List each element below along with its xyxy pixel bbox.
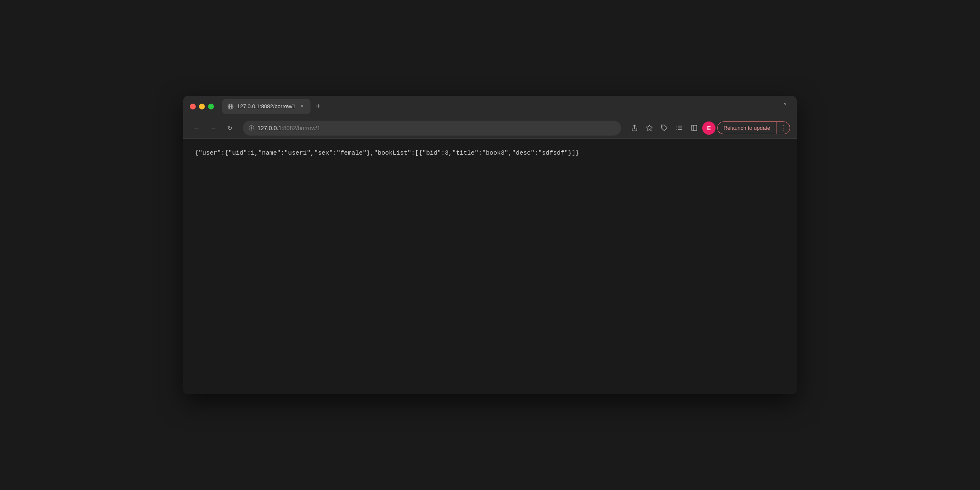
traffic-lights <box>190 104 214 109</box>
security-icon: ⓘ <box>249 124 254 132</box>
new-tab-button[interactable]: + <box>312 100 325 113</box>
address-bar[interactable]: ⓘ 127.0.0.1:8082/borrow/1 <box>243 121 621 136</box>
url-path: :8082/borrow/1 <box>281 125 320 131</box>
share-button[interactable] <box>628 121 641 135</box>
reload-button[interactable]: ↻ <box>223 121 236 135</box>
bookmark-button[interactable] <box>643 121 656 135</box>
relaunch-button[interactable]: Relaunch to update ⋮ <box>717 121 790 134</box>
tab-expand-button[interactable]: ˅ <box>780 101 790 112</box>
minimize-button[interactable] <box>199 104 205 109</box>
active-tab[interactable]: 127.0.0.1:8082/borrow/1 ✕ <box>222 99 310 114</box>
url-display: 127.0.0.1:8082/borrow/1 <box>257 125 320 131</box>
title-bar: 127.0.0.1:8082/borrow/1 ✕ + ˅ <box>183 96 797 117</box>
tab-title: 127.0.0.1:8082/borrow/1 <box>237 103 296 109</box>
svg-rect-12 <box>691 125 697 131</box>
tab-close-button[interactable]: ✕ <box>299 103 306 110</box>
nav-actions: E Relaunch to update ⋮ <box>628 121 790 135</box>
url-host: 127.0.0.1 <box>257 125 281 131</box>
sidebar-button[interactable] <box>687 121 701 135</box>
page-content: {"user":{"uid":1,"name":"user1","sex":"f… <box>183 139 797 394</box>
forward-button[interactable]: → <box>206 121 220 135</box>
extensions-button[interactable] <box>657 121 671 135</box>
browser-window: 127.0.0.1:8082/borrow/1 ✕ + ˅ ← → ↻ ⓘ 12… <box>183 96 797 394</box>
media-button[interactable] <box>672 121 686 135</box>
tabs-area: 127.0.0.1:8082/borrow/1 ✕ + <box>222 99 775 114</box>
profile-button[interactable]: E <box>702 121 716 135</box>
json-response: {"user":{"uid":1,"name":"user1","sex":"f… <box>195 149 785 158</box>
relaunch-label: Relaunch to update <box>718 123 776 133</box>
close-button[interactable] <box>190 104 196 109</box>
back-button[interactable]: ← <box>190 121 203 135</box>
relaunch-more-icon[interactable]: ⋮ <box>776 122 790 134</box>
maximize-button[interactable] <box>208 104 214 109</box>
nav-bar: ← → ↻ ⓘ 127.0.0.1:8082/borrow/1 <box>183 117 797 139</box>
tab-favicon-icon <box>227 103 234 110</box>
svg-marker-4 <box>646 125 652 130</box>
